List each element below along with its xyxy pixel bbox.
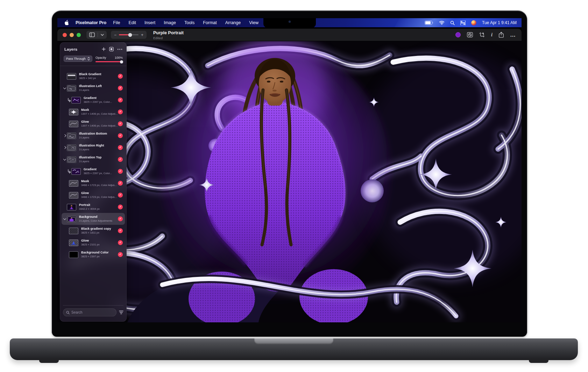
layer-row-gradient[interactable]: Gradient3825 × 2397 px, Color...✓	[62, 94, 125, 106]
document-status: Edited	[153, 36, 184, 40]
more-icon[interactable]: ⋯	[117, 46, 123, 52]
visibility-toggle[interactable]: ✓	[118, 169, 123, 174]
menubar-clock[interactable]: Tue Apr 1 9:41 AM	[482, 20, 517, 25]
chevron-right-icon[interactable]	[62, 135, 67, 137]
user-avatar[interactable]	[471, 20, 476, 26]
layer-row-glow[interactable]: Glow3466 × 1723 px, Color Adjus...✓	[62, 189, 125, 201]
minimize-button[interactable]	[70, 33, 74, 37]
layer-row-gradient[interactable]: Gradient3825 × 2397 px, Color...✓	[62, 165, 125, 177]
visibility-toggle[interactable]: ✓	[118, 157, 123, 162]
zoom-in-button[interactable]: +	[141, 33, 143, 37]
canvas[interactable]: Layers	[57, 41, 522, 322]
visibility-toggle[interactable]: ✓	[118, 109, 123, 114]
layer-meta: 3825 × 342 px	[79, 77, 101, 80]
layer-row-mask[interactable]: Mask1307 × 1406 px, Color Adjust...✓	[62, 106, 125, 118]
menubar-app-name[interactable]: Pixelmator Pro	[76, 20, 106, 25]
zoom-slider[interactable]	[119, 34, 139, 35]
layer-row-illustration-left[interactable]: Illustration Left3 Layers✓	[62, 82, 125, 94]
close-button[interactable]	[63, 33, 67, 37]
clipping-mask-icon	[67, 169, 71, 173]
visibility-toggle[interactable]: ✓	[118, 86, 123, 91]
visibility-toggle[interactable]: ✓	[118, 98, 123, 102]
layer-row-background[interactable]: Background3 Layers, Color Adjustments✓	[62, 213, 125, 225]
layer-meta: 3 Layers	[79, 88, 102, 92]
menu-image[interactable]: Image	[164, 20, 176, 25]
layers-search-field[interactable]: Search	[63, 308, 116, 316]
more-icon[interactable]: …	[510, 32, 516, 38]
share-icon[interactable]	[499, 32, 504, 38]
layers-panel-title: Layers	[64, 47, 77, 51]
opacity-slider-knob[interactable]	[120, 60, 123, 63]
fullscreen-button[interactable]	[77, 33, 81, 37]
visibility-toggle[interactable]: ✓	[118, 133, 123, 138]
visibility-toggle[interactable]: ✓	[118, 181, 123, 186]
visibility-toggle[interactable]: ✓	[118, 252, 123, 257]
layer-name: Illustration Bottom	[79, 132, 107, 136]
layer-meta: 3825 × 2397 px, Color...	[84, 100, 112, 104]
layer-row-mask[interactable]: Mask3466 × 1723 px, Color Adjus...✓	[62, 177, 125, 189]
visibility-toggle[interactable]: ✓	[118, 121, 123, 126]
spotlight-search-icon[interactable]	[450, 21, 455, 25]
layer-meta: 3 Layers	[79, 148, 104, 151]
chevron-down-icon[interactable]	[62, 159, 67, 160]
chevron-down-icon[interactable]	[62, 88, 67, 89]
layer-thumbnail	[69, 192, 78, 199]
crop-icon[interactable]	[479, 32, 485, 37]
add-layer-icon[interactable]	[102, 47, 106, 51]
visibility-toggle[interactable]: ✓	[118, 193, 123, 198]
layer-name: Background Color	[81, 251, 109, 255]
layer-list: Black Gradient3825 × 342 px✓Illustration…	[60, 70, 126, 305]
menu-tools[interactable]: Tools	[184, 20, 194, 25]
chevron-right-icon[interactable]	[62, 146, 67, 149]
layer-row-black-gradient[interactable]: Black Gradient3825 × 342 px✓	[62, 70, 125, 82]
layer-row-black-gradient-copy[interactable]: Black gradient copy3825 × 1811 px✓	[62, 225, 125, 237]
adjustments-icon[interactable]	[467, 32, 473, 37]
updown-chevron-icon	[87, 57, 90, 60]
visibility-toggle[interactable]: ✓	[118, 228, 123, 233]
visibility-toggle[interactable]: ✓	[118, 74, 123, 79]
mask-icon[interactable]	[109, 47, 114, 51]
layer-name: Gradient	[84, 96, 112, 100]
menu-arrange[interactable]: Arrange	[225, 20, 241, 25]
opacity-label: Opacity	[95, 56, 106, 59]
layer-meta: 3825 × 1811 px	[81, 231, 111, 235]
visibility-toggle[interactable]: ✓	[118, 216, 123, 221]
layer-thumbnail	[69, 109, 78, 115]
apple-menu-icon[interactable]	[64, 20, 69, 26]
info-icon[interactable]: i	[491, 32, 493, 38]
visibility-toggle[interactable]: ✓	[118, 240, 123, 245]
battery-icon[interactable]	[425, 21, 433, 25]
chevron-down-icon[interactable]	[62, 219, 67, 220]
divider	[60, 66, 126, 66]
filter-icon[interactable]	[119, 310, 123, 314]
control-center-icon[interactable]	[460, 21, 466, 25]
color-swatch[interactable]	[455, 32, 461, 37]
layer-row-illustration-right[interactable]: Illustration Right3 Layers✓	[62, 142, 125, 153]
wifi-icon[interactable]	[439, 21, 445, 25]
visibility-toggle[interactable]: ✓	[118, 205, 123, 209]
blend-mode-select[interactable]: Pass Through	[64, 56, 92, 62]
menu-file[interactable]: File	[113, 20, 120, 25]
opacity-slider[interactable]	[95, 61, 123, 62]
zoom-out-button[interactable]: −	[114, 33, 116, 37]
menu-format[interactable]: Format	[203, 20, 217, 25]
layer-row-illustration-top[interactable]: Illustration Top3 Layers✓	[62, 153, 125, 165]
layer-name: Mask	[81, 108, 118, 112]
menu-edit[interactable]: Edit	[128, 20, 136, 25]
layer-row-glow[interactable]: Glow3825 × 2101 px✓	[62, 237, 125, 249]
layer-meta: 1307 × 1406 px, Color Adjust...	[81, 112, 118, 116]
layer-row-glow[interactable]: Glow1307 × 1406 px, Color Adjust...✓	[62, 118, 125, 130]
layer-thumbnail	[71, 168, 81, 175]
layer-row-background-color[interactable]: Background Color3825 × 2397 px✓	[62, 249, 125, 260]
sidebar-options-chevron[interactable]	[98, 31, 107, 39]
visibility-toggle[interactable]: ✓	[118, 145, 123, 150]
layer-thumbnail	[67, 133, 76, 139]
menu-insert[interactable]: Insert	[144, 20, 155, 25]
toggle-sidebar-button[interactable]	[86, 31, 98, 39]
document-title: Purple Portrait	[153, 30, 184, 36]
opacity-value[interactable]: 100%	[115, 56, 123, 59]
layer-row-portrait[interactable]: Portrait3342.2 × 4004 px✓	[62, 201, 125, 213]
layer-row-illustration-bottom[interactable]: Illustration Bottom3 Layers✓	[62, 130, 125, 142]
menu-view[interactable]: View	[249, 20, 258, 25]
zoom-slider-knob[interactable]	[128, 33, 132, 37]
